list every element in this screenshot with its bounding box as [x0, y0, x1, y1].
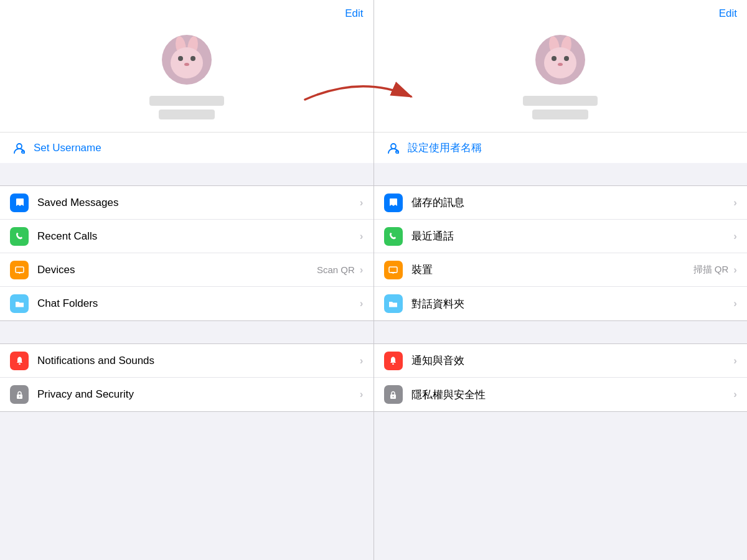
left-username-icon: +	[12, 141, 26, 155]
right-name-blur-1	[523, 96, 598, 106]
right-chat-folders-label: 對話資料夾	[411, 297, 731, 311]
right-devices-secondary: 掃描 QR	[693, 264, 729, 276]
right-panel: Edit	[374, 0, 748, 560]
right-privacy-icon	[384, 385, 403, 404]
left-devices-icon	[10, 261, 29, 279]
right-section-sep-2	[374, 321, 748, 343]
left-menu-item-privacy[interactable]: Privacy and Security ›	[0, 378, 374, 411]
left-notifications-icon	[10, 352, 29, 370]
right-section-sep-1	[374, 163, 748, 185]
left-devices-chevron: ›	[360, 264, 364, 276]
left-profile-section: Edit	[0, 0, 374, 132]
left-avatar-image	[162, 35, 212, 85]
left-section-sep-2	[0, 321, 374, 343]
right-devices-label: 裝置	[411, 263, 693, 277]
left-menu-list-1: Saved Messages › Recent Calls › Devices …	[0, 185, 374, 321]
left-menu-item-saved-messages[interactable]: Saved Messages ›	[0, 186, 374, 220]
left-saved-messages-chevron: ›	[360, 197, 364, 209]
right-profile-col	[523, 35, 598, 119]
svg-point-9	[391, 144, 396, 149]
right-profile-section: Edit	[374, 0, 748, 132]
svg-point-17	[393, 396, 394, 397]
right-menu-item-recent-calls[interactable]: 最近通話 ›	[374, 220, 748, 253]
svg-rect-15	[392, 363, 394, 365]
svg-rect-12	[389, 267, 397, 273]
right-avatar	[535, 35, 585, 85]
right-notifications-icon	[384, 352, 403, 370]
left-saved-messages-label: Saved Messages	[37, 197, 357, 209]
right-devices-chevron: ›	[733, 264, 737, 276]
right-avatar-image	[535, 35, 585, 85]
left-set-username-row[interactable]: + Set Username	[0, 132, 374, 163]
svg-rect-3	[16, 267, 24, 273]
right-notifications-chevron: ›	[733, 355, 737, 367]
right-chat-folders-icon	[384, 294, 403, 313]
left-menu-item-recent-calls[interactable]: Recent Calls ›	[0, 220, 374, 253]
left-menu-item-chat-folders[interactable]: Chat Folders ›	[0, 287, 374, 320]
left-panel: Edit	[0, 0, 374, 560]
left-privacy-chevron: ›	[360, 388, 364, 401]
right-username-icon: +	[387, 141, 400, 155]
left-menu-item-notifications[interactable]: Notifications and Sounds ›	[0, 344, 374, 378]
right-menu-item-privacy[interactable]: 隱私權與安全性 ›	[374, 378, 748, 411]
left-devices-label: Devices	[37, 264, 317, 276]
svg-text:+: +	[22, 150, 24, 154]
left-edit-button[interactable]: Edit	[345, 7, 363, 20]
svg-text:+: +	[396, 150, 398, 154]
left-chat-folders-label: Chat Folders	[37, 297, 357, 310]
right-privacy-chevron: ›	[733, 388, 737, 401]
right-menu-item-notifications[interactable]: 通知與音效 ›	[374, 344, 748, 378]
right-recent-calls-icon	[384, 227, 403, 246]
right-set-username-row[interactable]: + 設定使用者名稱	[374, 132, 748, 163]
svg-point-8	[19, 396, 20, 397]
right-menu-item-devices[interactable]: 裝置 掃描 QR ›	[374, 253, 748, 287]
right-edit-button[interactable]: Edit	[719, 7, 737, 20]
left-avatar	[162, 35, 212, 85]
left-section-sep-1	[0, 163, 374, 185]
left-menu-item-devices[interactable]: Devices Scan QR ›	[0, 253, 374, 287]
right-menu-list-1: 儲存的訊息 › 最近通話 › 裝置 掃描 QR › 對話資料夾 ›	[374, 185, 748, 321]
right-menu-item-saved-messages[interactable]: 儲存的訊息 ›	[374, 186, 748, 220]
left-name-blur-1	[149, 96, 224, 106]
left-recent-calls-icon	[10, 227, 29, 246]
right-chat-folders-chevron: ›	[733, 297, 737, 310]
left-menu-list-2: Notifications and Sounds › Privacy and S…	[0, 343, 374, 412]
left-saved-messages-icon	[10, 194, 29, 212]
right-saved-messages-chevron: ›	[733, 197, 737, 209]
left-name-blur-2	[159, 110, 215, 119]
left-notifications-label: Notifications and Sounds	[37, 355, 357, 367]
right-set-username-label: 設定使用者名稱	[408, 141, 482, 155]
right-saved-messages-label: 儲存的訊息	[411, 195, 731, 210]
left-recent-calls-chevron: ›	[360, 230, 364, 243]
left-privacy-label: Privacy and Security	[37, 388, 357, 401]
left-devices-secondary: Scan QR	[317, 264, 355, 275]
left-notifications-chevron: ›	[360, 355, 364, 367]
left-privacy-icon	[10, 385, 29, 404]
left-profile-col	[149, 35, 224, 119]
right-name-blur-2	[532, 110, 588, 119]
right-recent-calls-chevron: ›	[733, 230, 737, 243]
left-name-block	[149, 96, 224, 119]
left-chat-folders-icon	[10, 294, 29, 313]
right-privacy-label: 隱私權與安全性	[411, 388, 731, 402]
svg-rect-6	[19, 363, 21, 365]
right-notifications-label: 通知與音效	[411, 353, 731, 368]
svg-point-0	[17, 144, 22, 149]
right-name-block	[523, 96, 598, 119]
left-recent-calls-label: Recent Calls	[37, 230, 357, 243]
right-recent-calls-label: 最近通話	[411, 229, 731, 243]
right-devices-icon	[384, 261, 403, 279]
right-menu-list-2: 通知與音效 › 隱私權與安全性 ›	[374, 343, 748, 412]
left-set-username-label: Set Username	[34, 142, 101, 154]
left-chat-folders-chevron: ›	[360, 297, 364, 310]
right-menu-item-chat-folders[interactable]: 對話資料夾 ›	[374, 287, 748, 320]
right-saved-messages-icon	[384, 194, 403, 212]
